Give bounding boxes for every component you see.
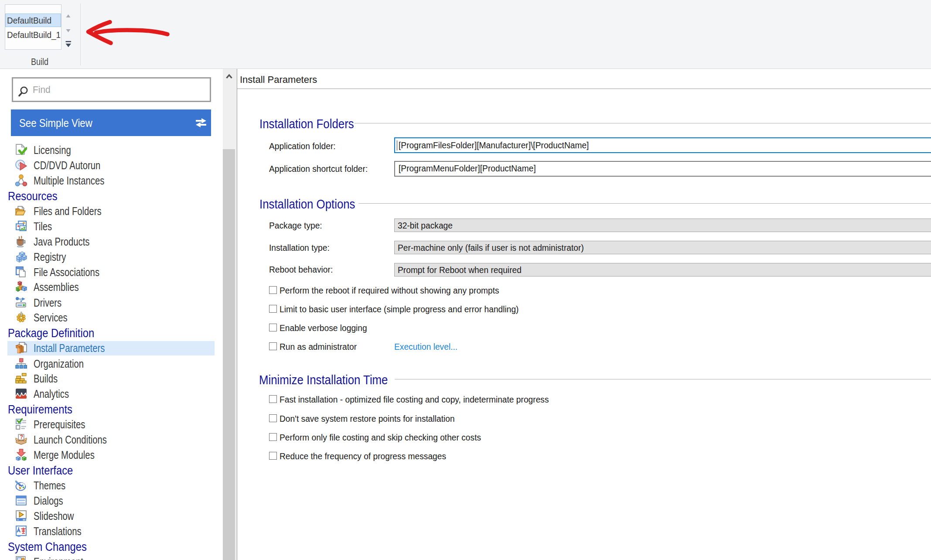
svg-text:?: ? (20, 434, 23, 440)
